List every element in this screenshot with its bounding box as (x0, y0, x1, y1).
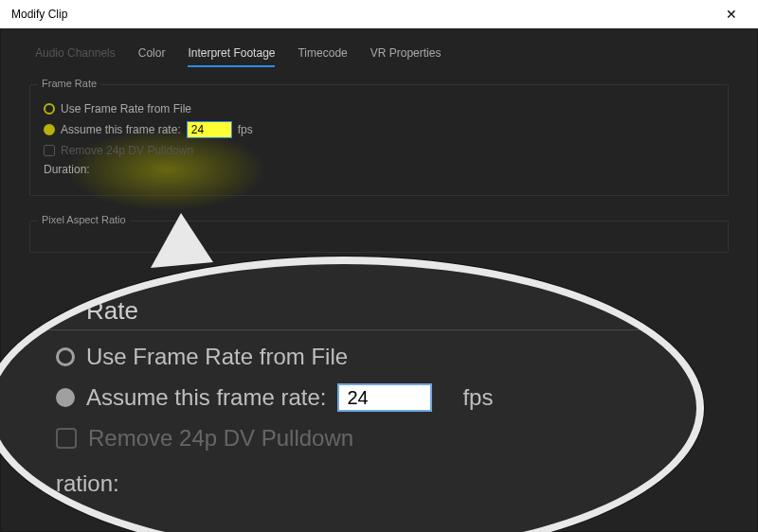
radio-use-from-file[interactable] (44, 103, 55, 115)
callout-duration-label: ration: (56, 470, 640, 497)
tab-bar: Audio Channels Color Interpret Footage T… (1, 29, 757, 67)
callout-content: Rate Use Frame Rate from File Assume thi… (0, 264, 696, 532)
radio-assume-rate[interactable] (44, 124, 55, 135)
callout-fps-input[interactable] (337, 383, 432, 412)
fps-input[interactable] (187, 121, 232, 138)
pixel-aspect-group: Pixel Aspect Ratio (29, 221, 729, 253)
callout-radio-assume[interactable] (56, 388, 75, 407)
pixel-aspect-title: Pixel Aspect Ratio (38, 214, 130, 225)
callout-remove-pulldown-row: Remove 24p DV Pulldown (56, 425, 640, 452)
frame-rate-title: Frame Rate (38, 78, 100, 89)
use-from-file-label: Use Frame Rate from File (61, 102, 191, 115)
remove-pulldown-label: Remove 24p DV Pulldown (61, 144, 193, 157)
checkbox-remove-pulldown (44, 145, 55, 156)
dialog-body: Audio Channels Color Interpret Footage T… (0, 28, 758, 532)
callout-use-from-file-row[interactable]: Use Frame Rate from File (56, 344, 640, 370)
callout-fps-unit: fps (462, 384, 493, 411)
remove-pulldown-row: Remove 24p DV Pulldown (44, 144, 714, 157)
window-title: Modify Clip (11, 8, 67, 21)
callout-checkbox-pulldown (56, 428, 77, 449)
assume-label: Assume this frame rate: (61, 123, 181, 136)
callout-radio-use-from-file[interactable] (56, 347, 75, 366)
callout-use-from-file-label: Use Frame Rate from File (86, 344, 348, 370)
callout-divider (48, 329, 640, 330)
assume-frame-rate-row[interactable]: Assume this frame rate: fps (44, 121, 714, 138)
use-frame-rate-row[interactable]: Use Frame Rate from File (44, 102, 714, 115)
tab-interpret-footage[interactable]: Interpret Footage (188, 46, 275, 67)
callout-assume-row[interactable]: Assume this frame rate: fps (56, 383, 640, 412)
close-icon: ✕ (726, 7, 737, 22)
svg-marker-0 (151, 213, 213, 268)
callout-pointer-icon (151, 213, 226, 270)
close-button[interactable]: ✕ (713, 0, 750, 28)
callout-magnifier: Rate Use Frame Rate from File Assume thi… (0, 257, 704, 532)
callout-ellipse: Rate Use Frame Rate from File Assume thi… (0, 257, 704, 532)
frame-rate-group: Frame Rate Use Frame Rate from File Assu… (29, 84, 729, 196)
tab-audio-channels: Audio Channels (35, 46, 116, 67)
tab-vr-properties[interactable]: VR Properties (370, 46, 442, 67)
callout-assume-label: Assume this frame rate: (86, 384, 326, 411)
tab-timecode[interactable]: Timecode (298, 46, 347, 67)
callout-remove-pulldown-label: Remove 24p DV Pulldown (88, 425, 353, 452)
title-bar: Modify Clip ✕ (0, 0, 758, 28)
tab-color[interactable]: Color (138, 46, 166, 67)
callout-header: Rate (86, 296, 640, 326)
fps-unit: fps (238, 123, 253, 136)
duration-label: Duration: (44, 163, 90, 176)
duration-row: Duration: (44, 163, 714, 176)
